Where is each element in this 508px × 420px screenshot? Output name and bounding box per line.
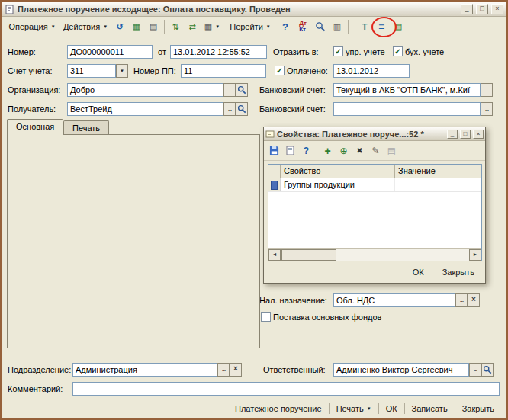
paid-checkbox[interactable]: ✓ xyxy=(275,66,285,75)
props-help-button[interactable]: ? xyxy=(298,143,314,159)
list-settings-icon: ▤ xyxy=(387,146,396,156)
props-add-button[interactable]: + xyxy=(320,143,336,159)
tax-purpose-input[interactable]: Обл. НДС xyxy=(333,293,455,307)
goto-button[interactable]: Перейти▼ xyxy=(223,18,277,35)
scroll-left-button[interactable]: ◄ xyxy=(268,249,281,261)
organization-input[interactable]: Добро xyxy=(67,83,223,97)
organization-open-button[interactable] xyxy=(236,83,248,97)
account-dropdown-button[interactable]: ▼ xyxy=(116,64,128,78)
properties-close-button[interactable]: × xyxy=(473,130,484,139)
copy-icon: ⇅ xyxy=(172,22,178,32)
tab-main[interactable]: Основная xyxy=(7,119,63,135)
actions-button[interactable]: Действия▼ xyxy=(59,18,111,35)
ok-button[interactable]: ОК xyxy=(381,402,403,415)
tab-pane xyxy=(7,134,260,348)
recipient-open-button[interactable] xyxy=(236,102,248,116)
properties-titlebar: Свойства: Платежное поруче...:52 * _ □ × xyxy=(264,127,485,141)
props-refresh-button[interactable] xyxy=(282,143,298,159)
properties-table-header: Свойство Значение xyxy=(268,165,481,178)
account-combo[interactable]: 311 xyxy=(67,64,116,78)
bank-account2-select-button[interactable]: ... xyxy=(481,102,493,116)
save-button[interactable]: Записать xyxy=(407,402,453,415)
operation-button[interactable]: Операция▼ xyxy=(5,18,59,35)
tab-print[interactable]: Печать xyxy=(63,120,109,135)
dtkt-button[interactable]: Дт Кт xyxy=(294,18,312,35)
help-button[interactable]: ? xyxy=(277,18,294,35)
scroll-right-button[interactable]: ► xyxy=(469,249,481,261)
value-column-header[interactable]: Значение xyxy=(395,165,481,178)
properties-minimize-button[interactable]: _ xyxy=(447,130,458,139)
close-button[interactable]: × xyxy=(491,4,503,14)
recipient-input[interactable]: ВестТрейд xyxy=(67,102,223,116)
fin-accounting-checkbox[interactable]: ✓ xyxy=(393,46,403,56)
props-ok-button[interactable]: ОК xyxy=(410,266,427,278)
properties-window: Свойства: Платежное поруче...:52 * _ □ ×… xyxy=(263,127,486,284)
print-button[interactable]: Печать▼ xyxy=(331,402,377,415)
mgmt-accounting-checkbox[interactable]: ✓ xyxy=(333,46,343,56)
datetime-input[interactable]: 13.01.2012 12:55:52 xyxy=(170,45,267,59)
related-documents-button[interactable]: ▥ xyxy=(329,18,346,35)
toolbar-separator xyxy=(348,20,349,34)
division-clear-button[interactable]: × xyxy=(230,363,242,377)
chevron-down-icon: ▼ xyxy=(266,24,271,29)
properties-command-bar: ОК Закрыть xyxy=(410,266,477,278)
bank-account-input[interactable]: Текущий в АКБ "ОТП БАНК", м.Киї xyxy=(333,83,481,97)
properties-table: Свойство Значение Группы продукции ◄ ► xyxy=(268,164,482,261)
scrollbar-thumb[interactable] xyxy=(281,249,336,261)
value-cell[interactable] xyxy=(395,178,481,191)
copy-to-clipboard-button[interactable]: ⇅ xyxy=(167,18,184,35)
bank-account2-input[interactable] xyxy=(333,102,481,116)
pencil-icon: ✎ xyxy=(371,146,379,156)
paid-date-input[interactable]: 13.01.2012 xyxy=(333,64,410,78)
minimize-button[interactable]: _ xyxy=(461,4,473,14)
post-document-button[interactable]: ▦ xyxy=(128,18,145,35)
responsible-open-button[interactable] xyxy=(481,363,494,377)
props-add-group-button[interactable]: ⊕ xyxy=(336,143,352,159)
find-in-list-button[interactable] xyxy=(312,18,329,35)
fixed-assets-checkbox[interactable] xyxy=(261,312,271,322)
responsible-select-button[interactable]: ... xyxy=(469,363,481,377)
paste-from-clipboard-button[interactable]: ⇄ xyxy=(184,18,201,35)
payment-order-button[interactable]: Платежное поручение xyxy=(230,402,327,415)
division-select-button[interactable]: ... xyxy=(217,363,230,377)
number-input[interactable]: ДО000000011 xyxy=(67,45,153,59)
properties-maximize-button[interactable]: □ xyxy=(460,130,471,139)
props-list-settings-button[interactable]: ▤ xyxy=(384,143,400,159)
close-form-button[interactable]: Закрыть xyxy=(457,402,500,415)
responsible-input[interactable]: Админенко Виктор Сергеевич xyxy=(333,363,469,377)
organization-select-button[interactable]: ... xyxy=(223,83,236,97)
chevron-down-icon: ▼ xyxy=(367,406,371,411)
pp-number-label: Номер ПП: xyxy=(133,66,176,75)
maximize-button[interactable]: □ xyxy=(476,4,488,14)
main-toolbar: Операция▼ Действия▼ ↺ ▦ ▤ ⇅ ⇄ ▦▼ Перейти… xyxy=(2,17,506,37)
pp-number-input[interactable]: 11 xyxy=(181,64,266,78)
help-icon: ? xyxy=(282,21,288,33)
props-save-button[interactable] xyxy=(266,143,282,159)
property-cell[interactable]: Группы продукции xyxy=(281,178,395,191)
props-edit-button[interactable]: ✎ xyxy=(368,143,384,159)
tax-purpose-select-button[interactable]: ... xyxy=(455,293,468,307)
bank-account-select-button[interactable]: ... xyxy=(481,83,493,97)
filter-button[interactable]: Т xyxy=(356,18,373,35)
fixed-assets-label: Поставка основных фондов xyxy=(273,313,381,322)
magnifier-icon xyxy=(237,85,246,95)
table-row[interactable]: Группы продукции xyxy=(268,178,481,192)
properties-button[interactable]: ≡ xyxy=(373,18,390,35)
responsible-label: Ответственный: xyxy=(263,365,326,374)
tax-purpose-clear-button[interactable]: × xyxy=(468,293,480,307)
property-column-header[interactable]: Свойство xyxy=(281,165,395,178)
comment-input[interactable] xyxy=(72,382,500,396)
refresh-button[interactable]: ↺ xyxy=(111,18,128,35)
toolbar-separator xyxy=(317,144,317,158)
props-delete-button[interactable]: ✖ xyxy=(352,143,368,159)
goto-label: Перейти xyxy=(230,22,263,31)
props-close-action-button[interactable]: Закрыть xyxy=(439,266,477,278)
create-based-on-button[interactable]: ▦▼ xyxy=(201,18,223,35)
recipient-select-button[interactable]: ... xyxy=(223,102,236,116)
add-group-icon: ⊕ xyxy=(339,146,347,156)
list-settings-button[interactable]: ▤ xyxy=(390,18,407,35)
chevron-down-icon: ▼ xyxy=(51,24,56,29)
division-input[interactable]: Администрация xyxy=(72,363,217,377)
horizontal-scrollbar[interactable]: ◄ ► xyxy=(268,248,481,261)
print-form-button[interactable]: ▤ xyxy=(145,18,162,35)
